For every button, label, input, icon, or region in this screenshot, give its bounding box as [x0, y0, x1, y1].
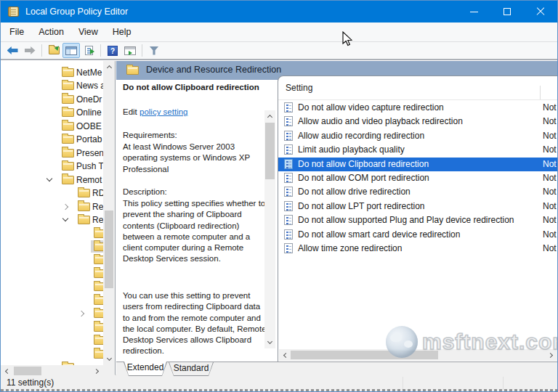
setting-row[interactable]: Do not allow smart card device redirecti…	[278, 228, 557, 242]
description-paragraph-2: You can use this setting to prevent user…	[123, 290, 267, 357]
menu-action[interactable]: Action	[31, 23, 71, 41]
tree-vscroll-thumb[interactable]	[105, 211, 113, 288]
setting-state: Not	[543, 131, 557, 141]
policy-setting-icon	[284, 144, 293, 155]
status-separator	[403, 377, 403, 390]
tree-item[interactable]	[1, 227, 103, 240]
tree-item-label: News a	[76, 80, 103, 91]
close-icon	[536, 7, 545, 16]
tree-item[interactable]	[1, 334, 103, 347]
scroll-right-arrow[interactable]	[546, 349, 557, 361]
tab-extended[interactable]: Extended	[124, 362, 167, 376]
forward-button[interactable]	[21, 43, 39, 58]
tree-item[interactable]: Rer	[1, 200, 103, 213]
folder-icon	[78, 189, 90, 197]
edit-policy-setting-link[interactable]: policy setting	[140, 107, 187, 116]
policy-setting-icon	[284, 131, 293, 141]
folder-icon	[78, 203, 90, 211]
chevron-collapsed-icon[interactable]	[62, 203, 68, 209]
folder-icon	[126, 66, 139, 75]
tree-item[interactable]: OOBE	[1, 120, 103, 133]
tree-hscroll-thumb[interactable]	[14, 367, 41, 375]
list-hscroll-thumb[interactable]	[291, 351, 438, 359]
tree-item[interactable]	[1, 240, 103, 253]
scroll-left-arrow[interactable]	[1, 365, 12, 377]
scroll-up-arrow[interactable]	[103, 61, 115, 73]
tree-item[interactable]: Rer	[1, 213, 103, 226]
minimize-button[interactable]	[457, 1, 490, 23]
setting-state: Not	[543, 173, 557, 183]
close-button[interactable]	[524, 1, 557, 23]
setting-row[interactable]: Limit audio playback qualityNot	[278, 143, 557, 157]
tree-item[interactable]: Portab	[1, 133, 103, 146]
tree-item[interactable]	[1, 307, 103, 320]
details-pane: Device and Resource Redirection Do not a…	[116, 61, 557, 377]
setting-row[interactable]: Allow audio and video playback redirecti…	[278, 115, 557, 128]
policy-setting-icon	[284, 102, 293, 113]
tab-standard[interactable]: Standard	[169, 362, 214, 376]
menu-help[interactable]: Help	[105, 23, 139, 41]
scroll-down-arrow[interactable]	[264, 337, 275, 348]
tree-item[interactable]	[1, 294, 103, 307]
setting-state: Not	[543, 102, 557, 113]
tree-item[interactable]: NetMe	[1, 66, 103, 79]
tree-item[interactable]: Online	[1, 106, 103, 119]
show-console-tree-button[interactable]	[62, 43, 80, 58]
export-list-button[interactable]	[80, 43, 97, 58]
tree-item[interactable]: Remot	[1, 173, 103, 187]
header-divider	[278, 99, 557, 100]
tree-horizontal-scrollbar[interactable]	[1, 365, 103, 377]
tree-item[interactable]	[1, 321, 103, 334]
tree-item[interactable]: News a	[1, 79, 103, 92]
chevron-expanded-icon[interactable]	[62, 216, 68, 221]
tree-item[interactable]	[1, 253, 103, 266]
folder-icon	[62, 176, 74, 184]
chevron-collapsed-icon[interactable]	[78, 311, 84, 317]
tree-item-label: RD	[92, 187, 103, 199]
tree-vertical-scrollbar[interactable]	[103, 61, 115, 365]
setting-row[interactable]: Do not allow Clipboard redirectionNot	[278, 158, 557, 171]
folder-icon	[78, 216, 90, 224]
scroll-right-arrow[interactable]	[92, 365, 103, 377]
list-horizontal-scrollbar[interactable]	[279, 349, 557, 361]
tree-item[interactable]: Push T	[1, 160, 103, 173]
export-list-icon	[85, 46, 93, 55]
edit-policy-line: Edit policy setting	[123, 107, 188, 116]
setting-row[interactable]: Do not allow video capture redirectionNo…	[278, 101, 557, 115]
filter-icon	[150, 46, 159, 55]
help-vertical-scrollbar[interactable]	[264, 110, 275, 348]
scroll-down-arrow[interactable]	[103, 354, 115, 365]
chevron-expanded-icon[interactable]	[46, 175, 52, 181]
setting-row[interactable]: Allow time zone redirectionNot	[278, 242, 557, 256]
show-properties-button[interactable]	[121, 43, 139, 58]
toolbar-separator	[41, 44, 42, 57]
scroll-left-arrow[interactable]	[279, 349, 291, 361]
setting-label: Do not allow COM port redirection	[298, 173, 429, 183]
minimize-icon	[470, 12, 478, 12]
setting-row[interactable]: Do not allow supported Plug and Play dev…	[278, 213, 557, 227]
description-paragraph-1: This policy setting specifies whether to…	[123, 198, 267, 265]
tree-item[interactable]: Presen	[1, 147, 103, 160]
setting-row[interactable]: Do not allow drive redirectionNot	[278, 185, 557, 199]
setting-row[interactable]: Do not allow LPT port redirectionNot	[278, 200, 557, 213]
menu-file[interactable]: File	[2, 23, 31, 41]
maximize-button[interactable]	[490, 1, 524, 23]
tree-item[interactable]: OneDr	[1, 93, 103, 106]
help-vscroll-thumb[interactable]	[265, 123, 275, 179]
up-one-level-button[interactable]	[45, 43, 62, 58]
tree-item[interactable]	[1, 348, 103, 361]
setting-row[interactable]: Allow audio recording redirectionNot	[278, 129, 557, 143]
back-button[interactable]	[4, 43, 21, 58]
setting-row[interactable]: Do not allow COM port redirectionNot	[278, 171, 557, 185]
scroll-up-arrow[interactable]	[264, 110, 275, 122]
tree-item[interactable]: RD	[1, 187, 103, 200]
column-divider[interactable]	[540, 86, 541, 99]
requirements-label: Requirements:	[123, 131, 177, 139]
column-header-setting[interactable]: Setting	[286, 83, 312, 93]
policy-setting-icon	[284, 187, 293, 197]
tree-item[interactable]	[1, 267, 103, 280]
menu-view[interactable]: View	[71, 23, 105, 41]
help-button[interactable]: ?	[104, 43, 121, 58]
filter-button[interactable]	[145, 43, 163, 58]
tree-item[interactable]	[1, 280, 103, 293]
